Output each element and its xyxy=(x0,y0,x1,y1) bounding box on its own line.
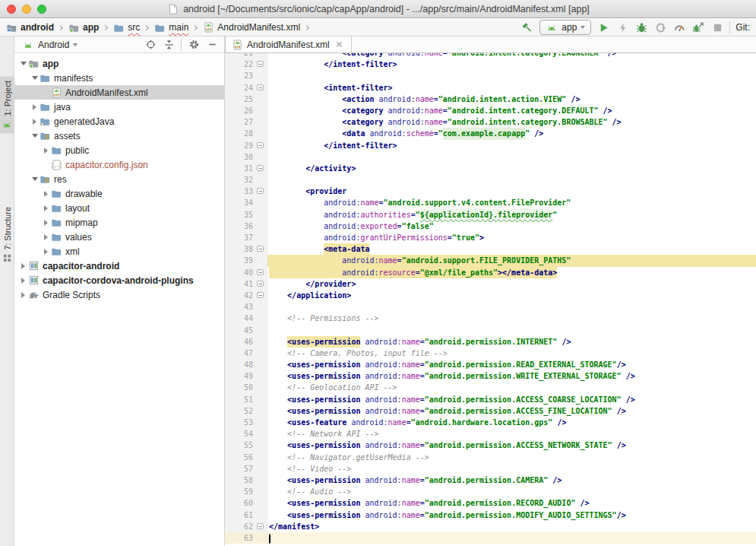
tree-item-res[interactable]: res xyxy=(14,172,224,186)
code-line-41[interactable]: 41 </provider> xyxy=(225,278,756,290)
fold-marker-icon[interactable] xyxy=(257,292,264,298)
code-line-23[interactable]: 23 xyxy=(225,70,756,81)
run-config-select[interactable]: app xyxy=(539,20,591,35)
code-line-33[interactable]: 33 <provider xyxy=(225,186,756,197)
code-line-49[interactable]: 49 <uses-permission android:name="androi… xyxy=(225,370,756,382)
code-line-52[interactable]: 52 <uses-permission android:name="androi… xyxy=(225,405,756,417)
code-line-42[interactable]: 42 </application> xyxy=(225,290,756,301)
collapse-all-button[interactable] xyxy=(163,39,175,51)
attach-debugger-button[interactable] xyxy=(691,21,705,34)
tree-item-capacitor-config-json[interactable]: {..}capacitor.config.json xyxy=(14,157,224,172)
code-line-31[interactable]: 31 </activity> xyxy=(225,163,756,174)
chevron-right-icon[interactable] xyxy=(42,148,50,154)
code-line-61[interactable]: 61 <uses-permission android:name="androi… xyxy=(225,509,756,521)
code-line-40[interactable]: 40 android:resource="@xml/file_paths"></… xyxy=(225,267,756,278)
code-line-38[interactable]: 38 <meta-data xyxy=(225,243,756,255)
project-view-selector[interactable]: Android xyxy=(38,40,69,50)
code-line-57[interactable]: 57 <!-- Video --> xyxy=(225,463,756,475)
code-line-51[interactable]: 51 <uses-permission android:name="androi… xyxy=(225,394,756,405)
debug-button[interactable] xyxy=(634,21,648,34)
fold-marker-icon[interactable] xyxy=(257,281,264,287)
code-line-47[interactable]: 47 <!-- Camera, Photos, input file --> xyxy=(225,348,756,359)
locate-file-button[interactable] xyxy=(144,39,157,51)
minimize-window-button[interactable] xyxy=(22,5,31,14)
fold-marker-icon[interactable] xyxy=(257,84,264,90)
code-line-56[interactable]: 56 <!-- Navigator.getUserMedia --> xyxy=(225,452,756,463)
tree-item-xml[interactable]: xml xyxy=(14,244,224,259)
chevron-down-icon[interactable] xyxy=(30,134,39,138)
tab-androidmanifest[interactable]: AndroidManifest.xml xyxy=(225,37,352,52)
chevron-right-icon[interactable] xyxy=(42,220,50,226)
hide-panel-button[interactable] xyxy=(206,39,218,51)
tree-item-gradle-scripts[interactable]: Gradle Scripts xyxy=(14,287,224,302)
code-line-45[interactable]: 45 xyxy=(225,325,756,336)
code-line-53[interactable]: 53 <uses-feature android:name="android.h… xyxy=(225,417,756,428)
code-line-30[interactable]: 30 xyxy=(225,151,756,163)
close-tab-icon[interactable] xyxy=(334,39,346,51)
fold-marker-icon[interactable] xyxy=(257,269,264,275)
code-line-21[interactable]: 21 <category android:name="android.inten… xyxy=(225,53,756,59)
code-line-43[interactable]: 43 xyxy=(225,301,756,313)
git-widget[interactable]: Git: xyxy=(735,22,751,33)
code-line-26[interactable]: 26 <category android:name="android.inten… xyxy=(225,105,756,116)
tool-window-tab-structure[interactable]: 7: Structure xyxy=(0,202,14,267)
code-line-46[interactable]: 46 <uses-permission android:name="androi… xyxy=(225,336,756,348)
code-line-34[interactable]: 34 android:name="android.support.v4.cont… xyxy=(225,197,756,208)
code-line-36[interactable]: 36 android:exported="false" xyxy=(225,221,756,232)
chevron-down-icon[interactable] xyxy=(30,177,39,181)
build-button[interactable] xyxy=(520,21,534,34)
tree-item-capacitor-android[interactable]: capacitor-android xyxy=(14,259,224,273)
tree-item-public[interactable]: public xyxy=(14,143,224,157)
tree-item-mipmap[interactable]: mipmap xyxy=(14,215,224,230)
code-line-60[interactable]: 60 <uses-permission android:name="androi… xyxy=(225,497,756,509)
code-line-24[interactable]: 24 <intent-filter> xyxy=(225,82,756,94)
chevron-down-icon[interactable] xyxy=(30,76,39,80)
tool-window-tab-project[interactable]: 1: Project xyxy=(0,76,14,133)
attach-profiler-button[interactable] xyxy=(653,21,667,34)
chevron-down-icon[interactable] xyxy=(19,62,27,65)
code-line-35[interactable]: 35 android:authorities="${applicationId}… xyxy=(225,209,756,221)
run-button[interactable] xyxy=(596,21,610,34)
fold-marker-icon[interactable] xyxy=(257,61,264,67)
fold-marker-icon[interactable] xyxy=(257,246,264,252)
chevron-right-icon[interactable] xyxy=(19,278,27,284)
profile-button[interactable] xyxy=(672,21,686,34)
code-line-63[interactable]: 63 xyxy=(225,532,756,544)
code-line-22[interactable]: 22 </intent-filter> xyxy=(225,59,756,70)
code-line-29[interactable]: 29 </intent-filter> xyxy=(225,140,756,151)
chevron-right-icon[interactable] xyxy=(19,292,27,298)
tree-item-assets[interactable]: assets xyxy=(14,129,224,143)
chevron-right-icon[interactable] xyxy=(30,104,39,110)
tree-item-java[interactable]: java xyxy=(14,100,224,114)
code-line-32[interactable]: 32 xyxy=(225,174,756,186)
code-line-25[interactable]: 25 <action android:name="android.intent.… xyxy=(225,94,756,105)
close-window-button[interactable] xyxy=(7,5,16,14)
code-line-54[interactable]: 54 <!-- Network API --> xyxy=(225,428,756,440)
chevron-right-icon[interactable] xyxy=(42,191,50,197)
chevron-right-icon[interactable] xyxy=(19,263,27,269)
code-line-55[interactable]: 55 <uses-permission android:name="androi… xyxy=(225,440,756,451)
stop-button[interactable] xyxy=(710,21,724,34)
code-line-50[interactable]: 50 <!-- Geolocation API --> xyxy=(225,382,756,393)
code-line-48[interactable]: 48 <uses-permission android:name="androi… xyxy=(225,359,756,370)
tree-item-androidmanifest-xml[interactable]: AndroidManifest.xml xyxy=(14,85,224,100)
chevron-right-icon[interactable] xyxy=(42,249,50,255)
breadcrumb-item-androidmanifest-xml[interactable]: AndroidManifest.xml xyxy=(202,21,300,33)
chevron-right-icon[interactable] xyxy=(42,234,50,240)
breadcrumb-item-android[interactable]: android xyxy=(5,21,54,33)
code-line-44[interactable]: 44 <!-- Permissions --> xyxy=(225,313,756,324)
breadcrumb-item-src[interactable]: src xyxy=(112,21,140,33)
code-line-28[interactable]: 28 <data android:scheme="com.example.cap… xyxy=(225,128,756,139)
breadcrumb-item-main[interactable]: main xyxy=(153,21,188,33)
breadcrumb-item-app[interactable]: app xyxy=(68,21,99,33)
code-line-59[interactable]: 59 <!-- Audio --> xyxy=(225,486,756,497)
chevron-right-icon[interactable] xyxy=(30,119,39,125)
tree-item-capacitor-cordova-android-plugins[interactable]: capacitor-cordova-android-plugins xyxy=(14,273,224,287)
apply-changes-button[interactable] xyxy=(615,21,629,34)
tree-item-layout[interactable]: layout xyxy=(14,201,224,215)
fold-marker-icon[interactable] xyxy=(257,523,264,529)
code-line-27[interactable]: 27 <category android:name="android.inten… xyxy=(225,116,756,128)
fold-marker-icon[interactable] xyxy=(257,142,264,148)
code-line-62[interactable]: 62</manifest> xyxy=(225,521,756,532)
settings-gear-button[interactable] xyxy=(188,39,200,51)
